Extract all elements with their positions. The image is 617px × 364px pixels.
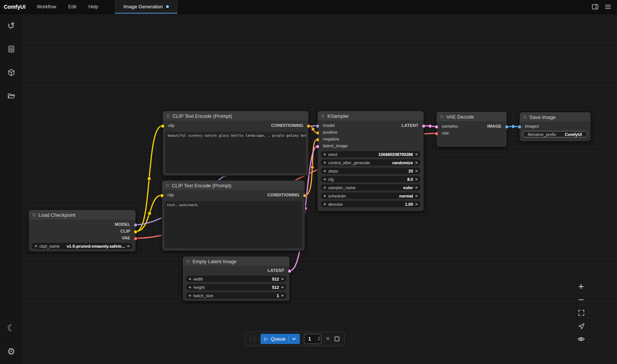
next-value-arrow-icon[interactable]: ▶ bbox=[416, 159, 418, 166]
menu-edit[interactable]: Edit bbox=[62, 0, 83, 14]
link-midpoint-dot[interactable] bbox=[148, 212, 151, 215]
input-port-clip[interactable] bbox=[160, 194, 164, 197]
input-port-samples[interactable] bbox=[435, 125, 438, 129]
node-vae-decode[interactable]: VAE Decode samples IMAGE vae bbox=[436, 111, 507, 147]
widget-control-after-generate[interactable]: ◀ control_after_generate randomize ▶ bbox=[321, 159, 421, 166]
widget-scheduler[interactable]: ◀ scheduler normal ▶ bbox=[321, 193, 421, 199]
input-port-positive[interactable] bbox=[316, 131, 319, 135]
collapse-dot-icon[interactable] bbox=[32, 213, 35, 216]
output-port-conditioning[interactable] bbox=[307, 124, 310, 128]
output-port-clip[interactable] bbox=[134, 230, 137, 234]
batch-count-stepper[interactable]: 1 ▴ ▾ bbox=[304, 334, 321, 344]
prev-value-arrow-icon[interactable]: ◀ bbox=[323, 193, 325, 199]
node-library-cube-icon[interactable] bbox=[5, 66, 18, 79]
node-clip-text-encode-negative[interactable]: CLIP Text Encode (Prompt) clip CONDITION… bbox=[162, 180, 305, 251]
node-titlebar[interactable]: Empty Latent Image bbox=[183, 256, 290, 267]
prev-value-arrow-icon[interactable]: ◀ bbox=[323, 201, 325, 207]
queue-button[interactable]: ▷ Queue bbox=[261, 334, 300, 344]
prev-value-arrow-icon[interactable]: ◀ bbox=[34, 243, 37, 249]
input-port-model[interactable] bbox=[316, 124, 319, 128]
workflows-folder-icon[interactable] bbox=[5, 89, 18, 102]
input-port-images[interactable] bbox=[518, 125, 521, 129]
stop-icon[interactable] bbox=[334, 336, 340, 342]
next-value-arrow-icon[interactable]: ▶ bbox=[416, 168, 418, 174]
link-midpoint-dot[interactable] bbox=[148, 177, 151, 180]
history-icon[interactable]: ↺ bbox=[5, 19, 18, 32]
prev-value-arrow-icon[interactable]: ◀ bbox=[188, 284, 191, 290]
prev-value-arrow-icon[interactable]: ◀ bbox=[323, 176, 325, 182]
widget-width[interactable]: ◀ width 512 ▶ bbox=[186, 276, 287, 282]
widget-filename-prefix[interactable]: filename_prefix ComfyUI bbox=[523, 131, 588, 137]
link-midpoint-dot[interactable] bbox=[312, 128, 315, 131]
node-titlebar[interactable]: CLIP Text Encode (Prompt) bbox=[162, 180, 305, 191]
fit-view-icon[interactable] bbox=[577, 308, 585, 317]
widget-sampler-name[interactable]: ◀ sampler_name euler ▶ bbox=[321, 184, 421, 191]
collapse-dot-icon[interactable] bbox=[187, 260, 190, 263]
link-midpoint-dot[interactable] bbox=[429, 125, 432, 128]
prev-value-arrow-icon[interactable]: ◀ bbox=[323, 159, 325, 166]
panel-toggle-icon[interactable] bbox=[591, 3, 599, 11]
menu-workflow[interactable]: Workflow bbox=[31, 0, 62, 14]
node-clip-text-encode-positive[interactable]: CLIP Text Encode (Prompt) clip CONDITION… bbox=[162, 111, 309, 176]
prompt-text-input[interactable]: beautiful scenery nature glass bottle la… bbox=[165, 132, 306, 173]
prev-value-arrow-icon[interactable]: ◀ bbox=[323, 168, 325, 174]
widget-batch-size[interactable]: ◀ batch_size 1 ▶ bbox=[186, 292, 287, 299]
input-port-vae[interactable] bbox=[435, 132, 438, 136]
node-canvas[interactable]: Load Checkpoint MODEL CLIP VAE ◀ ckpt_na… bbox=[23, 14, 617, 364]
theme-moon-icon[interactable]: ☾ bbox=[5, 322, 18, 335]
next-value-arrow-icon[interactable]: ▶ bbox=[416, 201, 418, 207]
next-value-arrow-icon[interactable]: ▶ bbox=[416, 176, 418, 182]
input-port-negative[interactable] bbox=[316, 138, 319, 142]
node-titlebar[interactable]: KSampler bbox=[318, 111, 424, 121]
node-titlebar[interactable]: VAE Decode bbox=[437, 112, 507, 122]
collapse-dot-icon[interactable] bbox=[440, 115, 443, 118]
cancel-run-icon[interactable]: ✕ bbox=[325, 336, 330, 342]
output-port-image[interactable] bbox=[505, 125, 509, 129]
zoom-in-icon[interactable]: + bbox=[577, 282, 585, 290]
workflow-tab-image-generation[interactable]: Image Generation bbox=[115, 0, 177, 14]
node-empty-latent-image[interactable]: Empty Latent Image LATENT ◀ width 512 ▶ … bbox=[182, 256, 290, 301]
node-load-checkpoint[interactable]: Load Checkpoint MODEL CLIP VAE ◀ ckpt_na… bbox=[28, 210, 136, 252]
next-value-arrow-icon[interactable]: ▶ bbox=[416, 193, 418, 199]
next-value-arrow-icon[interactable]: ▶ bbox=[282, 276, 284, 282]
output-port-latent[interactable] bbox=[422, 124, 426, 128]
chevron-down-icon[interactable] bbox=[292, 338, 296, 340]
hamburger-menu-icon[interactable] bbox=[604, 3, 612, 11]
zoom-out-icon[interactable]: − bbox=[577, 295, 585, 304]
collapse-dot-icon[interactable] bbox=[167, 114, 170, 117]
node-save-image[interactable]: Save Image images filename_prefix ComfyU… bbox=[519, 112, 591, 142]
collapse-dot-icon[interactable] bbox=[523, 116, 526, 119]
node-titlebar[interactable]: CLIP Text Encode (Prompt) bbox=[163, 111, 308, 121]
node-titlebar[interactable]: Load Checkpoint bbox=[29, 210, 136, 220]
prev-value-arrow-icon[interactable]: ◀ bbox=[188, 292, 191, 299]
node-ksampler[interactable]: KSampler model LATENT positive negative … bbox=[317, 111, 424, 211]
output-port-latent[interactable] bbox=[288, 269, 292, 273]
link-midpoint-dot[interactable] bbox=[512, 125, 515, 128]
link-midpoint-dot[interactable] bbox=[311, 166, 314, 169]
prev-value-arrow-icon[interactable]: ◀ bbox=[188, 276, 191, 282]
node-titlebar[interactable]: Save Image bbox=[520, 112, 591, 122]
widget-cfg[interactable]: ◀ cfg 8.0 ▶ bbox=[321, 176, 421, 182]
input-port-latent-image[interactable] bbox=[316, 145, 319, 148]
decrement-caret-icon[interactable]: ▾ bbox=[318, 339, 320, 341]
widget-ckpt-name[interactable]: ◀ ckpt_name v1-5-pruned-emaonly.safete..… bbox=[32, 243, 133, 249]
widget-denoise[interactable]: ◀ denoise 1.00 ▶ bbox=[321, 201, 421, 207]
drag-handle-icon[interactable]: ⋮⋮ bbox=[248, 336, 256, 342]
toggle-visibility-eye-icon[interactable] bbox=[577, 335, 585, 343]
collapse-dot-icon[interactable] bbox=[321, 114, 324, 117]
queue-list-icon[interactable] bbox=[5, 43, 18, 56]
menu-help[interactable]: Help bbox=[82, 0, 104, 14]
prev-value-arrow-icon[interactable]: ◀ bbox=[323, 184, 325, 191]
next-value-arrow-icon[interactable]: ▶ bbox=[416, 151, 418, 157]
output-port-conditioning[interactable] bbox=[303, 194, 307, 197]
collapse-dot-icon[interactable] bbox=[166, 184, 169, 187]
widget-seed[interactable]: ◀ seed 156680208700286 ▶ bbox=[321, 151, 421, 157]
next-value-arrow-icon[interactable]: ▶ bbox=[282, 292, 284, 299]
output-port-vae[interactable] bbox=[134, 237, 137, 241]
prompt-text-input[interactable]: text, watermark bbox=[165, 201, 302, 248]
next-value-arrow-icon[interactable]: ▶ bbox=[416, 184, 418, 191]
next-value-arrow-icon[interactable]: ▶ bbox=[128, 243, 130, 249]
output-port-model[interactable] bbox=[134, 223, 137, 227]
pan-select-arrow-icon[interactable] bbox=[577, 322, 585, 330]
widget-height[interactable]: ◀ height 512 ▶ bbox=[186, 284, 287, 290]
